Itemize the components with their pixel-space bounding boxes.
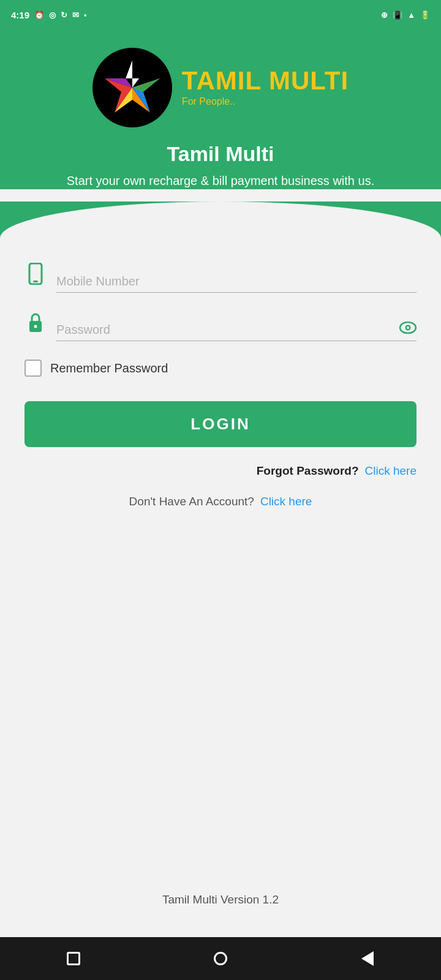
remember-label: Remember Password [50,361,168,375]
curve-divider [0,202,441,238]
sync-icon: ↻ [61,10,67,20]
password-input-row [24,311,417,341]
battery-icon: 🔋 [420,10,430,20]
brand-tagline: For People.. [182,96,349,107]
password-input[interactable] [56,319,417,341]
nav-back-button[interactable] [349,940,386,977]
app-logo [92,48,172,127]
register-row: Don't Have An Account? Click here [24,495,417,508]
eye-icon[interactable] [399,322,417,337]
register-link[interactable]: Click here [260,495,312,508]
svg-point-15 [407,326,409,329]
remember-row: Remember Password [24,360,417,377]
mobile-input[interactable] [56,271,417,293]
bottom-nav-bar [0,937,441,980]
lock-icon [24,311,47,341]
register-text: Don't Have An Account? [129,495,254,508]
forgot-link[interactable]: Click here [365,464,417,478]
time-display: 4:19 [11,10,29,20]
nav-home-button[interactable] [202,940,239,977]
hero-section: TAMIL MULTI For People.. Tamil Multi Sta… [0,29,441,189]
vibrate-icon: 📳 [393,10,402,20]
status-bar: 4:19 ⏰ ◎ ↻ ✉ • ⊕ 📳 ▲ 🔋 [0,0,441,29]
mobile-input-row [24,263,417,293]
status-left: 4:19 ⏰ ◎ ↻ ✉ • [11,10,87,20]
remember-checkbox[interactable] [24,360,42,377]
password-input-wrapper [56,319,417,341]
forgot-text: Forgot Password? [257,464,359,478]
recents-icon [67,952,80,965]
mobile-icon [24,263,47,293]
compass-icon: ◎ [49,10,56,20]
nav-recents-button[interactable] [55,940,92,977]
alarm-icon: ⏰ [34,10,44,20]
forgot-password-row: Forgot Password? Click here [24,464,417,478]
hero-subtitle: Start your own recharge & bill payment b… [55,172,386,189]
brand-name: TAMIL MULTI [182,68,349,94]
cast-icon: ⊕ [381,10,388,20]
back-icon [361,951,374,966]
form-area: Remember Password LOGIN Forgot Password?… [0,238,441,937]
svg-point-12 [34,325,37,328]
status-right: ⊕ 📳 ▲ 🔋 [381,10,430,20]
email-icon: ✉ [72,10,79,20]
hero-title: Tamil Multi [167,142,274,166]
brand-text: TAMIL MULTI For People.. [182,68,349,107]
dot-icon: • [84,10,87,20]
svg-rect-10 [33,281,38,282]
mobile-input-wrapper [56,271,417,293]
wifi-icon: ▲ [407,10,415,20]
star-logo-svg [102,57,163,118]
logo-row: TAMIL MULTI For People.. [92,48,349,127]
version-text: Tamil Multi Version 1.2 [24,881,417,925]
home-icon [214,952,227,965]
login-button[interactable]: LOGIN [24,401,417,447]
